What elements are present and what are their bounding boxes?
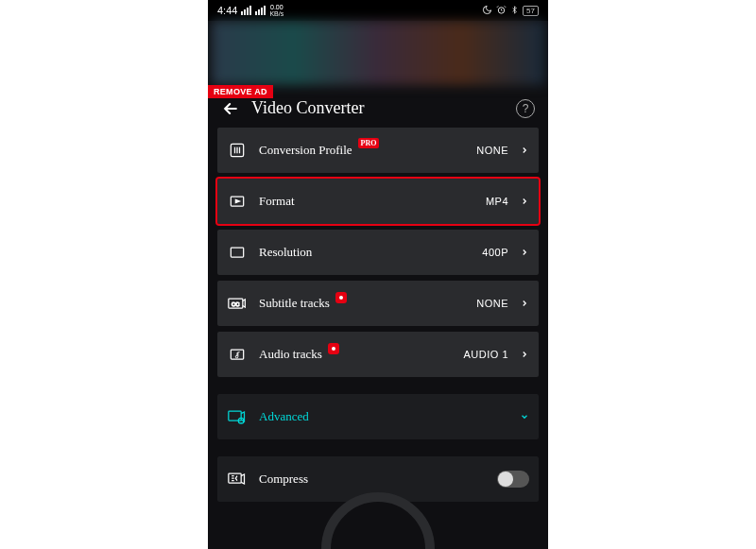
compress-toggle[interactable] — [497, 471, 529, 488]
row-value: 400P — [482, 247, 508, 258]
row-label-text: Advanced — [259, 409, 309, 424]
row-value: AUDIO 1 — [463, 349, 508, 360]
row-value: NONE — [476, 145, 508, 156]
row-format[interactable]: Format MP4 — [217, 179, 539, 224]
row-advanced[interactable]: Advanced — [217, 394, 539, 439]
row-label-text: Conversion Profile — [259, 143, 352, 158]
chevron-down-icon — [520, 412, 529, 421]
music-note-icon — [227, 344, 248, 365]
help-button[interactable]: ? — [516, 99, 535, 118]
signal-icon-2 — [255, 6, 266, 15]
row-value: MP4 — [486, 196, 508, 207]
row-label-text: Audio tracks — [259, 347, 322, 362]
battery-icon: 57 — [523, 6, 539, 16]
chevron-right-icon — [520, 144, 529, 157]
notification-dot — [328, 343, 339, 354]
svg-rect-3 — [231, 248, 243, 257]
row-audio-tracks[interactable]: Audio tracks AUDIO 1 — [217, 332, 539, 377]
play-file-icon — [227, 191, 248, 212]
row-conversion-profile[interactable]: Conversion Profile PRO NONE — [217, 128, 539, 173]
row-label-text: Format — [259, 194, 295, 209]
status-bar: 4:44 0.00 KB/s 57 — [208, 0, 548, 21]
moon-icon — [482, 5, 492, 17]
sliders-icon — [227, 140, 248, 161]
bluetooth-icon — [510, 5, 519, 17]
pro-badge: PRO — [358, 138, 380, 148]
ad-banner[interactable] — [212, 21, 544, 85]
svg-text:CC: CC — [232, 301, 239, 307]
network-speed: 0.00 KB/s — [269, 4, 284, 17]
status-time: 4:44 — [217, 5, 237, 16]
notification-dot — [335, 292, 347, 303]
row-label-text: Resolution — [259, 245, 312, 260]
svg-rect-9 — [229, 473, 241, 483]
chevron-right-icon — [520, 195, 529, 208]
cc-icon: CC — [227, 293, 248, 314]
page-title: Video Converter — [251, 98, 505, 118]
remove-ad-badge[interactable]: REMOVE AD — [208, 85, 273, 98]
row-value: NONE — [476, 298, 508, 309]
row-resolution[interactable]: Resolution 400P — [217, 230, 539, 275]
chevron-right-icon — [520, 246, 529, 259]
row-label-text: Compress — [259, 472, 308, 487]
chevron-right-icon — [520, 348, 529, 361]
back-button[interactable] — [221, 99, 240, 118]
compress-icon — [227, 469, 248, 489]
alarm-icon — [496, 5, 507, 17]
chevron-right-icon — [520, 297, 529, 310]
resolution-icon — [227, 242, 248, 263]
signal-icon — [241, 6, 251, 15]
row-subtitle-tracks[interactable]: CC Subtitle tracks NONE — [217, 281, 539, 326]
advanced-gear-icon — [227, 406, 248, 427]
row-label-text: Subtitle tracks — [259, 296, 330, 311]
